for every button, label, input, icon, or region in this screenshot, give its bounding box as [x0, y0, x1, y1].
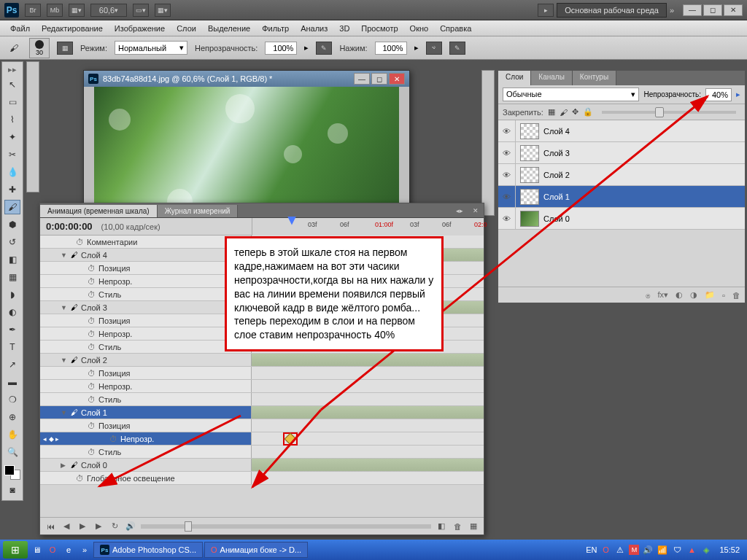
menu-3d[interactable]: 3D [335, 23, 354, 34]
menu-view[interactable]: Просмотр [357, 23, 402, 34]
menu-window[interactable]: Окно [406, 23, 433, 34]
visibility-toggle[interactable]: 👁 [498, 186, 516, 207]
chevrons-icon[interactable]: » [670, 6, 674, 15]
tab-measurement-log[interactable]: Журнал измерений [158, 205, 239, 217]
layer-name[interactable]: Слой 0 [543, 214, 570, 223]
current-time[interactable]: 0:00:00:00 [46, 221, 93, 232]
layer-row-Слой 3[interactable]: 👁Слой 3 [498, 142, 745, 164]
extras-button[interactable]: ▦▾ [155, 4, 171, 17]
layer-thumbnail[interactable] [520, 211, 539, 227]
zoom-field[interactable]: 60,6 ▾ [90, 4, 127, 17]
adjustment-layer-icon[interactable]: ◑ [690, 290, 697, 300]
timeline-row-Стиль[interactable]: ⏱Стиль [40, 446, 484, 459]
taskbar-app-photoshop[interactable]: PsAdobe Photoshop CS... [93, 542, 203, 558]
doc-close[interactable]: ✕ [389, 73, 405, 85]
opacity-input[interactable]: 100% [265, 42, 297, 55]
timeline-row-Глобальное освещение[interactable]: ⏱Глобальное освещение [40, 472, 484, 485]
visibility-toggle[interactable]: 👁 [498, 120, 516, 141]
maximize-button[interactable]: ◻ [703, 4, 722, 16]
brush-tool[interactable]: 🖌 [4, 200, 20, 214]
opacity-flyout-icon[interactable]: ▸ [304, 43, 309, 52]
link-layers-icon[interactable]: ⍟ [646, 291, 651, 300]
tray-volume-icon[interactable]: 🔊 [642, 544, 654, 556]
3d-camera-tool[interactable]: ⊕ [4, 410, 20, 424]
ql-more[interactable]: » [77, 542, 92, 557]
play-button[interactable]: ▶ [77, 521, 88, 532]
tab-layers[interactable]: Слои [498, 71, 531, 85]
delete-layer-icon[interactable]: 🗑 [732, 291, 740, 300]
shape-tool[interactable]: ▬ [4, 375, 20, 389]
next-frame-button[interactable]: ▶ [93, 521, 104, 532]
layer-thumbnail[interactable] [520, 189, 539, 205]
brush-preset-picker[interactable]: 30 [29, 38, 50, 58]
layer-group-icon[interactable]: 📁 [705, 290, 715, 300]
opacity-flyout-icon[interactable]: ▸ [736, 90, 740, 99]
blend-mode-select[interactable]: Нормальный▾ [115, 41, 187, 55]
stopwatch-icon[interactable]: ⏱ [87, 448, 96, 456]
lock-all-icon[interactable]: 🔒 [583, 107, 593, 117]
tray-shield-icon[interactable]: 🛡 [671, 544, 683, 556]
tab-paths[interactable]: Контуры [573, 71, 616, 85]
stamp-tool[interactable]: ⬢ [4, 217, 20, 232]
stopwatch-icon[interactable]: ⏱ [87, 421, 96, 430]
disclosure-triangle[interactable]: ▼ [61, 357, 68, 364]
visibility-toggle[interactable]: 👁 [498, 208, 516, 229]
layer-name[interactable]: Слой 2 [543, 171, 570, 179]
stopwatch-icon[interactable]: ⏱ [87, 264, 96, 273]
rewind-button[interactable]: ⏮ [44, 521, 56, 532]
taskbar-app-opera[interactable]: OАнимация боке -> D... [204, 542, 308, 558]
language-indicator[interactable]: EN [586, 545, 597, 554]
menu-image[interactable]: Изображение [110, 23, 169, 34]
airbrush-icon[interactable]: ༄ [426, 42, 442, 55]
tablet-pressure-icon[interactable]: ✎ [449, 42, 465, 55]
tab-channels[interactable]: Каналы [531, 71, 573, 85]
close-button[interactable]: ✕ [724, 4, 743, 16]
layer-thumbnail[interactable] [520, 167, 539, 183]
zoom-slider[interactable] [141, 524, 431, 529]
opacity-pressure-icon[interactable]: ✎ [316, 42, 332, 55]
playhead[interactable] [287, 217, 296, 225]
ql-opera[interactable]: O [45, 542, 60, 557]
wand-tool[interactable]: ✦ [4, 130, 20, 144]
doc-minimize[interactable]: — [354, 73, 370, 85]
disclosure-triangle[interactable]: ▼ [61, 304, 68, 311]
hand-tool[interactable]: ✋ [4, 427, 20, 442]
menu-file[interactable]: Файл [6, 23, 34, 34]
disclosure-triangle[interactable]: ▼ [61, 252, 68, 259]
timeline-row-Позиция[interactable]: ⏱Позиция [40, 419, 484, 432]
tray-nvidia-icon[interactable]: ◈ [700, 544, 712, 556]
timeline-row-Стиль[interactable]: ⏱Стиль [40, 393, 484, 406]
audio-button[interactable]: 🔊 [125, 521, 136, 532]
layer-style-icon[interactable]: fx▾ [658, 290, 669, 300]
lock-position-icon[interactable]: ✥ [572, 107, 578, 117]
lasso-tool[interactable]: ⌇ [4, 112, 20, 127]
keyframe-nav[interactable]: ◂ ◆ ▸ [43, 435, 59, 443]
panel-close-icon[interactable]: ✕ [468, 204, 484, 217]
tray-app-icon[interactable]: M [629, 545, 639, 555]
doc-maximize[interactable]: ◻ [371, 73, 387, 85]
arrange-button[interactable]: ▭▾ [133, 4, 149, 17]
crop-tool[interactable]: ✂ [4, 147, 20, 162]
brush-panel-toggle[interactable]: ▦ [57, 42, 73, 55]
stopwatch-icon[interactable]: ⏱ [87, 382, 96, 391]
ql-ie[interactable]: e [61, 542, 76, 557]
disclosure-triangle[interactable]: ▶ [61, 462, 68, 469]
start-button[interactable]: ⊞ [3, 541, 28, 559]
stopwatch-icon[interactable]: ⏱ [87, 277, 96, 286]
tray-opera-icon[interactable]: O [600, 544, 611, 556]
convert-button[interactable]: ▦ [468, 521, 479, 532]
layer-name[interactable]: Слой 4 [543, 127, 570, 136]
visibility-toggle[interactable]: 👁 [498, 142, 516, 163]
timeline-row-Непрозр.[interactable]: ⏱Непрозр. [40, 380, 484, 393]
new-layer-icon[interactable]: ▫ [722, 291, 725, 300]
minibridge-button[interactable]: Mb [47, 4, 63, 17]
blur-tool[interactable]: ◗ [4, 287, 20, 302]
layer-name[interactable]: Слой 3 [543, 149, 570, 158]
timeline-ruler[interactable]: 03f06f01:00f03f06f02:0 [252, 218, 484, 236]
timeline-row-Слой 2[interactable]: ▼🖌Слой 2 [40, 354, 484, 367]
blend-mode-select[interactable]: Обычные▾ [503, 88, 639, 101]
flow-input[interactable]: 100% [375, 42, 407, 55]
timeline-row-Слой 0[interactable]: ▶🖌Слой 0 [40, 459, 484, 472]
zoom-tool[interactable]: 🔍 [4, 445, 20, 459]
lock-transparent-icon[interactable]: ▦ [548, 107, 555, 117]
